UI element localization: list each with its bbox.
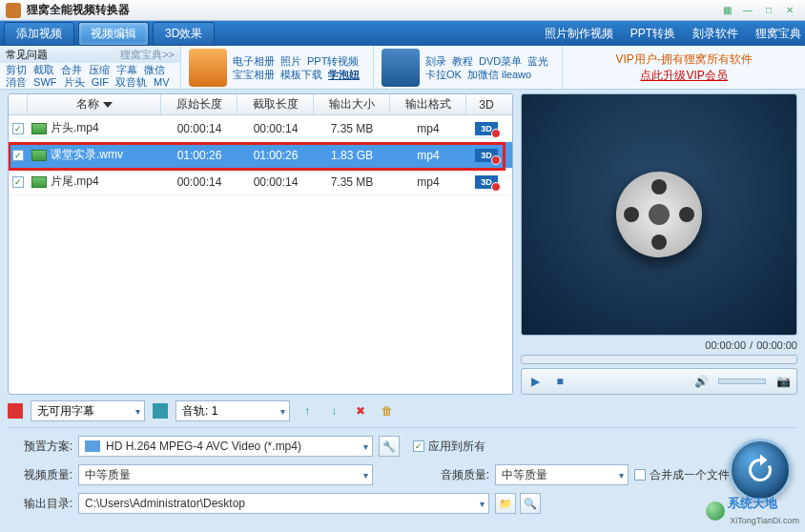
col-name[interactable]: 名称 [28,94,161,114]
promo-link[interactable]: 电子相册 [233,55,275,67]
minimize-button[interactable]: — [738,4,757,17]
progress-bar[interactable] [521,355,797,364]
promo-link[interactable]: 蓝光 [527,55,548,67]
orig-duration: 00:00:14 [161,175,237,189]
current-time: 00:00:00 [705,339,746,351]
browse-folder-button[interactable]: 📁 [495,493,516,514]
maximize-button[interactable]: □ [759,4,778,17]
col-size[interactable]: 输出大小 [314,94,390,114]
faq-item[interactable]: 消音 [6,76,27,88]
table-row[interactable]: ✓ 片头.mp4 00:00:14 00:00:14 7.35 MB mp4 3… [9,115,512,142]
output-dir-field[interactable]: C:\Users\Administrator\Desktop [78,493,489,514]
preview-panel: 00:00:00 / 00:00:00 ▶ ■ 🔊 📷 [521,93,797,395]
vip-upgrade-link[interactable]: 点此升级VIP会员 [640,68,727,84]
faq-item[interactable]: 双音轨 [115,76,147,88]
link-guide[interactable]: 狸窝宝典 [755,26,801,42]
audiotrack-dropdown[interactable]: 音轨: 1 [175,400,290,421]
audio-quality-label: 音频质量: [413,467,489,483]
stop-button[interactable]: ■ [552,374,568,389]
audio-icon [153,403,168,419]
snapshot-button[interactable]: 📷 [775,374,791,389]
move-down-button[interactable]: ↓ [324,401,343,420]
video-file-icon [31,123,47,134]
preset-dropdown[interactable]: HD H.264 MPEG-4 AVC Video (*.mp4) [78,436,373,457]
col-fmt[interactable]: 输出格式 [390,94,466,114]
volume-button[interactable]: 🔊 [693,374,709,389]
help-bar: 常见问题 狸窝宝典>> 剪切 截取 合并 压缩 字幕 微信 消音 SWF 片头 … [0,46,805,90]
row-checkbox[interactable]: ✓ [12,123,24,134]
subtitle-dropdown[interactable]: 无可用字幕 [31,400,145,421]
move-up-button[interactable]: ↑ [298,401,317,420]
tab-3d-effect[interactable]: 3D效果 [153,22,215,46]
promo-link[interactable]: 教程 [452,55,473,67]
faq-item[interactable]: MV [154,76,170,88]
3d-badge[interactable]: 3D [475,175,498,189]
table-row[interactable]: ✓ 片尾.mp4 00:00:14 00:00:14 7.35 MB mp4 3… [9,169,512,195]
promo-link[interactable]: PPT转视频 [307,55,359,67]
faq-item[interactable]: 剪切 [6,64,27,75]
promo-link[interactable]: 加微信 ileawo [467,69,531,80]
link-burn[interactable]: 刻录软件 [692,26,738,42]
promo-link[interactable]: 卡拉OK [425,69,462,80]
volume-slider[interactable] [718,379,766,384]
clear-button[interactable]: 🗑 [378,401,397,420]
convert-button[interactable] [729,439,792,501]
3d-badge[interactable]: 3D [475,122,498,135]
promo-link[interactable]: 模板下载 [280,69,322,80]
preset-label: 预置方案: [15,439,72,455]
output-size: 1.83 GB [314,149,390,162]
faq-item[interactable]: 压缩 [89,64,110,75]
link-ppt-convert[interactable]: PPT转换 [630,26,675,42]
3d-badge[interactable]: 3D [475,149,498,162]
film-reel-icon [616,172,702,257]
col-clip[interactable]: 截取长度 [237,94,314,114]
vip-text: VIP用户-拥有狸窝所有软件 [615,51,752,68]
row-checkbox[interactable]: ✓ [12,150,24,161]
main-tabs: 添加视频 视频编辑 3D效果 照片制作视频 PPT转换 刻录软件 狸窝宝典 [0,21,805,46]
apply-all-checkbox[interactable]: ✓ [413,440,424,452]
row-checkbox[interactable]: ✓ [12,176,24,188]
tab-add-video[interactable]: 添加视频 [4,22,74,46]
faq-item[interactable]: 微信 [144,64,165,75]
close-button[interactable]: ✕ [780,4,799,17]
video-quality-dropdown[interactable]: 中等质量 [78,464,373,485]
faq-item[interactable]: 截取 [33,64,54,75]
col-checkbox[interactable] [9,94,28,114]
clip-duration: 01:00:26 [237,149,314,162]
faq-item[interactable]: GIF [92,76,109,88]
faq-item[interactable]: 合并 [61,64,82,75]
tab-video-edit[interactable]: 视频编辑 [78,22,149,46]
subtitle-icon [8,403,23,419]
output-format: mp4 [390,122,466,135]
menu-button[interactable]: ▦ [717,4,736,17]
promo-link[interactable]: 照片 [280,55,301,67]
faq-item[interactable]: 片头 [64,76,85,88]
table-body: ✓ 片头.mp4 00:00:14 00:00:14 7.35 MB mp4 3… [9,115,512,394]
video-file-icon [31,176,47,188]
orig-duration: 01:00:26 [161,149,237,162]
preview-viewport[interactable] [521,93,797,336]
promo-block-album: 电子相册照片PPT转视频 宝宝相册模板下载学泡妞 [181,46,374,89]
mid-toolbar: 无可用字幕 音轨: 1 ↑ ↓ ✖ 🗑 [0,395,805,427]
faq-item[interactable]: SWF [33,76,56,88]
faq-item[interactable]: 字幕 [116,64,137,75]
open-folder-button[interactable]: 🔍 [520,493,541,514]
audio-quality-dropdown[interactable]: 中等质量 [495,464,629,485]
play-button[interactable]: ▶ [527,374,543,389]
total-time: 00:00:00 [756,339,797,351]
col-3d[interactable]: 3D [466,94,506,114]
faq-more-link[interactable]: 狸窝宝典>> [120,48,175,62]
output-size: 7.35 MB [314,122,390,135]
col-orig[interactable]: 原始长度 [161,94,237,114]
promo-link[interactable]: 宝宝相册 [233,69,275,80]
link-photo-video[interactable]: 照片制作视频 [545,26,613,42]
preset-settings-button[interactable]: 🔧 [379,436,400,457]
promo-link-bold[interactable]: 学泡妞 [328,69,360,80]
file-name: 片头.mp4 [51,120,99,136]
merge-checkbox[interactable]: ✓ [634,469,646,481]
faq-title: 常见问题 [6,48,48,62]
promo-link[interactable]: 刻录 [425,55,446,67]
promo-link[interactable]: DVD菜单 [479,55,522,67]
table-row[interactable]: ✓ 课堂实录.wmv 01:00:26 01:00:26 1.83 GB mp4… [9,142,512,169]
remove-button[interactable]: ✖ [351,401,370,420]
